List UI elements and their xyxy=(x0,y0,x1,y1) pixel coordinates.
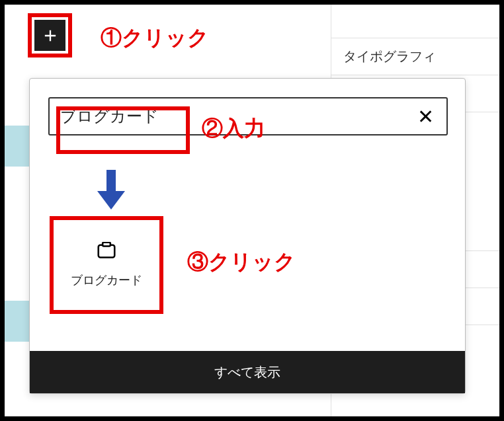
blogcard-block-icon xyxy=(97,242,116,259)
add-block-button[interactable] xyxy=(34,20,65,51)
block-result-blogcard[interactable]: ブログカード xyxy=(59,225,154,305)
show-all-blocks-button[interactable]: すべて表示 xyxy=(30,351,465,393)
close-icon: ✕ xyxy=(417,105,434,128)
block-result-label: ブログカード xyxy=(71,272,142,288)
annotation-step3: ③クリック xyxy=(187,248,296,277)
block-inserter-popup: ✕ ②入力 ブログカード ③クリック すべて表示 xyxy=(29,78,466,394)
plus-icon xyxy=(41,26,60,45)
show-all-label: すべて表示 xyxy=(214,364,280,381)
svg-rect-3 xyxy=(103,243,110,247)
clear-search-button[interactable]: ✕ xyxy=(415,106,436,127)
sidebar-item-typography[interactable]: タイポグラフィ xyxy=(331,38,499,75)
annotation-step1: ①クリック xyxy=(101,24,209,53)
annotation-arrow-down xyxy=(97,170,125,210)
svg-marker-1 xyxy=(97,191,125,210)
svg-rect-0 xyxy=(106,170,116,192)
annotation-step2: ②入力 xyxy=(202,114,265,143)
